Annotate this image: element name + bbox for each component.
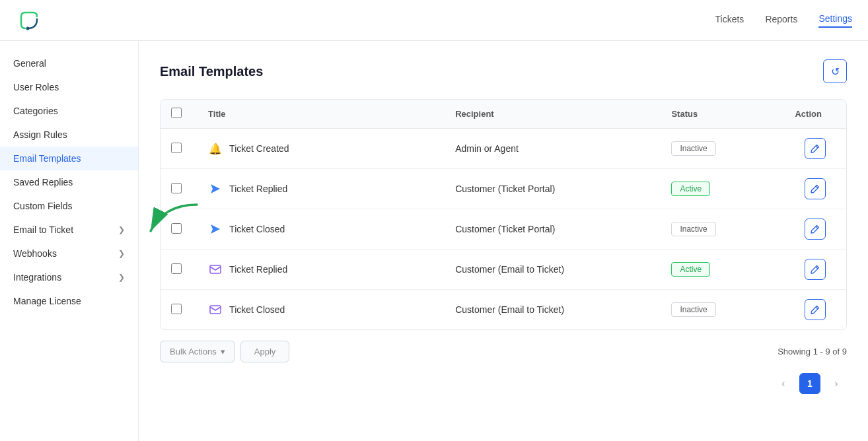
row-checkbox[interactable] (171, 223, 182, 234)
sidebar-item-label: Integrations (13, 272, 61, 283)
status-badge: Inactive (671, 141, 715, 156)
edit-button[interactable] (805, 138, 826, 159)
edit-button[interactable] (805, 299, 826, 320)
sidebar-item-user-roles[interactable]: User Roles (0, 75, 138, 99)
row-checkbox-cell (161, 209, 198, 250)
layout: GeneralUser RolesCategoriesAssign RulesE… (0, 41, 868, 441)
nav-tickets[interactable]: Tickets (715, 14, 744, 27)
row-title-cell: Ticket Closed (198, 290, 445, 330)
sidebar-item-email-templates[interactable]: Email Templates (0, 147, 138, 170)
col-header-recipient: Recipient (445, 100, 661, 129)
refresh-button[interactable]: ↺ (823, 59, 847, 83)
nav: Tickets Reports Settings (715, 13, 852, 28)
row-title-cell: Ticket Replied (198, 169, 445, 209)
bulk-actions-button[interactable]: Bulk Actions ▾ (160, 341, 235, 362)
sidebar-item-label: Custom Fields (13, 201, 72, 211)
send-icon (208, 182, 223, 196)
row-checkbox-cell (161, 250, 198, 290)
row-recipient-text: Customer (Ticket Portal) (455, 224, 555, 234)
chevron-icon: ❯ (118, 249, 125, 258)
col-header-title: Title (198, 100, 445, 129)
row-action-cell (784, 290, 846, 330)
col-header-check (161, 100, 198, 129)
sidebar-item-label: Saved Replies (13, 177, 73, 187)
row-recipient-cell: Customer (Ticket Portal) (445, 209, 661, 250)
sidebar-item-saved-replies[interactable]: Saved Replies (0, 170, 138, 194)
row-recipient-text: Customer (Email to Ticket) (455, 264, 564, 275)
header: Tickets Reports Settings (0, 0, 868, 41)
sidebar-item-categories[interactable]: Categories (0, 99, 138, 123)
sidebar-item-label: Categories (13, 106, 58, 116)
sidebar-item-label: Webhooks (13, 248, 57, 259)
email-icon (208, 302, 223, 317)
main-content: Email Templates ↺ Title Recipient Status… (139, 41, 868, 441)
row-recipient-cell: Customer (Email to Ticket) (445, 290, 661, 330)
sidebar-item-webhooks[interactable]: Webhooks❯ (0, 242, 138, 265)
row-recipient-cell: Customer (Ticket Portal) (445, 169, 661, 209)
sidebar-item-integrations[interactable]: Integrations❯ (0, 265, 138, 289)
logo[interactable] (16, 7, 42, 34)
page-title: Email Templates (160, 64, 263, 79)
table-row: Ticket Replied Customer (Ticket Portal) … (161, 169, 846, 209)
sidebar-item-label: User Roles (13, 82, 59, 92)
sidebar-item-label: Email Templates (13, 153, 81, 164)
edit-button[interactable] (805, 259, 826, 280)
nav-reports[interactable]: Reports (765, 14, 797, 27)
row-status-cell: Active (661, 250, 784, 290)
svg-rect-4 (210, 265, 221, 273)
bulk-actions-chevron-icon: ▾ (221, 347, 225, 356)
sidebar-item-label: General (13, 58, 46, 69)
row-checkbox-cell (161, 129, 198, 169)
sidebar: GeneralUser RolesCategoriesAssign RulesE… (0, 41, 139, 441)
row-status-cell: Inactive (661, 209, 784, 250)
svg-point-1 (26, 26, 30, 30)
select-all-checkbox[interactable] (171, 108, 182, 118)
row-title-text: Ticket Closed (229, 224, 285, 234)
row-recipient-text: Customer (Email to Ticket) (455, 304, 564, 315)
row-title-text: Ticket Closed (229, 304, 285, 315)
row-checkbox-cell (161, 169, 198, 209)
sidebar-item-manage-license[interactable]: Manage License (0, 289, 138, 313)
chevron-icon: ❯ (118, 225, 125, 234)
row-action-cell (784, 209, 846, 250)
row-checkbox[interactable] (171, 304, 182, 314)
status-badge: Active (671, 182, 710, 196)
row-title-text: Ticket Replied (229, 184, 287, 194)
status-badge: Inactive (671, 302, 715, 317)
svg-rect-5 (210, 306, 221, 314)
row-checkbox[interactable] (171, 263, 182, 274)
nav-settings[interactable]: Settings (818, 13, 852, 28)
next-page-button[interactable]: › (826, 373, 847, 394)
sidebar-item-label: Assign Rules (13, 129, 67, 140)
row-action-cell (784, 129, 846, 169)
table-header-row: Title Recipient Status Action (161, 100, 846, 129)
row-action-cell (784, 169, 846, 209)
bulk-actions-label: Bulk Actions (170, 347, 217, 356)
row-title-cell: Ticket Closed (198, 209, 445, 250)
sidebar-item-general[interactable]: General (0, 51, 138, 75)
svg-marker-2 (211, 184, 220, 193)
prev-page-button[interactable]: ‹ (773, 373, 794, 394)
edit-button[interactable] (805, 178, 826, 199)
page-1-button[interactable]: 1 (799, 373, 820, 394)
sidebar-item-assign-rules[interactable]: Assign Rules (0, 123, 138, 147)
chevron-icon: ❯ (118, 273, 125, 282)
col-header-action: Action (784, 100, 846, 129)
table-row: 🔔 Ticket Created Admin or Agent Inactive (161, 129, 846, 169)
footer-left: Bulk Actions ▾ Apply (160, 341, 289, 362)
sidebar-item-custom-fields[interactable]: Custom Fields (0, 194, 138, 218)
table-row: Ticket Closed Customer (Ticket Portal) I… (161, 209, 846, 250)
row-recipient-text: Customer (Ticket Portal) (455, 184, 555, 194)
row-checkbox[interactable] (171, 143, 182, 153)
edit-button[interactable] (805, 219, 826, 240)
pagination: ‹ 1 › (160, 368, 847, 394)
bell-icon: 🔔 (208, 141, 223, 156)
apply-button[interactable]: Apply (240, 341, 290, 362)
sidebar-item-email-to-ticket[interactable]: Email to Ticket❯ (0, 218, 138, 242)
row-recipient-cell: Customer (Email to Ticket) (445, 250, 661, 290)
sidebar-item-label: Manage License (13, 296, 81, 306)
row-title-text: Ticket Replied (229, 264, 287, 275)
row-checkbox[interactable] (171, 183, 182, 193)
table-footer: Bulk Actions ▾ Apply Showing 1 - 9 of 9 (160, 330, 847, 368)
row-checkbox-cell (161, 290, 198, 330)
